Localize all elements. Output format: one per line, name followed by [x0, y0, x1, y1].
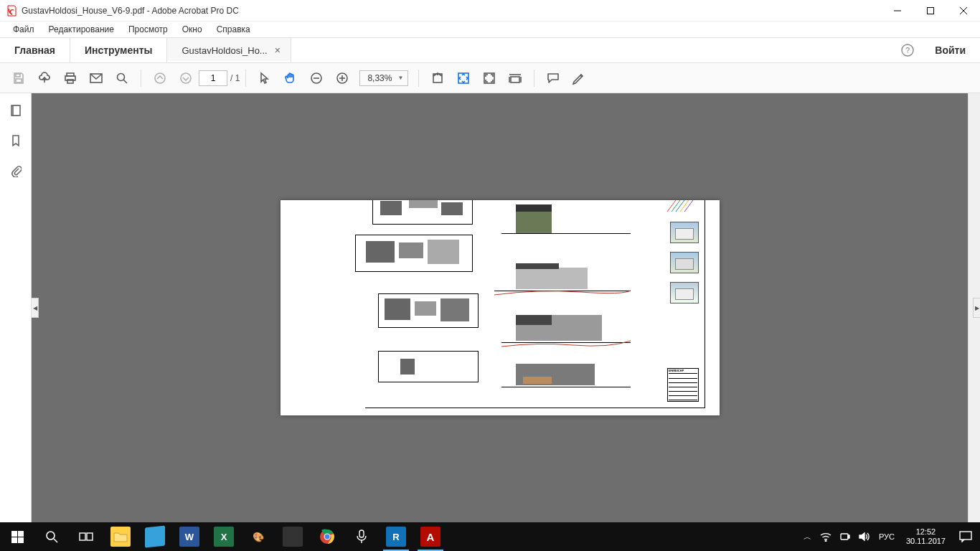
search-icon[interactable] — [110, 67, 133, 90]
page-number-input[interactable] — [199, 70, 227, 86]
page-indicator: / 1 — [199, 70, 240, 86]
page-down-icon[interactable] — [174, 67, 197, 90]
zoom-out-icon[interactable] — [305, 67, 328, 90]
minimize-button[interactable] — [881, 0, 914, 21]
menu-file[interactable]: Файл — [6, 23, 42, 36]
tab-document[interactable]: GustavHoldosi_Ho... × — [167, 38, 291, 62]
zoom-in-icon[interactable] — [331, 67, 354, 90]
svg-line-43 — [54, 539, 57, 542]
menu-edit[interactable]: Редактирование — [42, 23, 121, 36]
document-viewport[interactable]: ◀ — [32, 93, 980, 522]
taskbar-microphone[interactable] — [344, 522, 379, 551]
pdf-page: EINREICHP — [281, 200, 720, 415]
svg-line-35 — [676, 200, 684, 212]
print-icon[interactable] — [59, 67, 82, 90]
tab-home[interactable]: Главная — [0, 38, 70, 62]
tab-document-label: GustavHoldosi_Ho... — [182, 45, 267, 56]
login-button[interactable]: Войти — [920, 38, 980, 62]
svg-line-14 — [123, 80, 127, 83]
reading-mode-icon[interactable] — [504, 67, 527, 90]
svg-rect-44 — [80, 533, 85, 540]
svg-rect-11 — [67, 80, 73, 83]
taskbar-acrobat[interactable]: A — [413, 522, 448, 551]
taskbar-notepad[interactable] — [138, 522, 172, 551]
svg-rect-40 — [11, 537, 17, 543]
power-icon[interactable] — [840, 532, 850, 542]
svg-rect-49 — [359, 530, 364, 537]
svg-line-33 — [667, 200, 676, 212]
tab-close-icon[interactable]: × — [275, 44, 281, 56]
network-icon[interactable] — [820, 532, 831, 542]
email-icon[interactable] — [85, 67, 108, 90]
page-up-icon[interactable] — [149, 67, 171, 90]
comment-icon[interactable] — [542, 67, 565, 90]
help-icon[interactable]: ? — [895, 38, 920, 62]
svg-point-48 — [325, 534, 330, 540]
menu-view[interactable]: Просмотр — [121, 23, 175, 36]
taskbar-clock[interactable]: 12:52 30.11.2017 — [900, 527, 951, 546]
taskbar-paint[interactable]: 🎨 — [241, 522, 275, 551]
hand-icon[interactable] — [279, 67, 302, 90]
menu-window[interactable]: Окно — [175, 23, 209, 36]
titleblock-header: EINREICHP — [669, 369, 697, 374]
start-button[interactable] — [0, 522, 34, 551]
page-sep: / — [230, 73, 232, 83]
task-view-button[interactable] — [69, 522, 103, 551]
pointer-icon[interactable] — [253, 67, 276, 90]
close-button[interactable] — [947, 0, 980, 21]
sign-icon[interactable] — [567, 67, 590, 90]
taskbar-chrome[interactable] — [310, 522, 344, 551]
tray-chevron-up-icon[interactable]: ︿ — [804, 532, 811, 542]
svg-text:?: ? — [905, 46, 910, 55]
svg-rect-52 — [841, 534, 848, 540]
acrobat-app-icon — [6, 5, 17, 17]
zoom-dropdown[interactable]: 8,33% ▼ — [359, 70, 408, 86]
system-tray[interactable]: ︿ РУС — [798, 532, 900, 542]
taskbar-file-explorer[interactable] — [103, 522, 138, 551]
svg-rect-38 — [11, 531, 17, 537]
search-button[interactable] — [34, 522, 69, 551]
window-controls — [881, 0, 980, 21]
svg-line-37 — [684, 200, 693, 212]
volume-icon[interactable] — [859, 532, 870, 542]
workspace: ◀ — [0, 93, 980, 522]
taskbar-word[interactable]: W — [172, 522, 207, 551]
taskbar-revit[interactable]: R — [379, 522, 413, 551]
fit-width-icon[interactable] — [426, 67, 449, 90]
windows-taskbar: W X 🎨 R A ︿ РУС 12:52 30.11.2017 — [0, 522, 980, 551]
svg-rect-32 — [13, 105, 20, 116]
maximize-button[interactable] — [914, 0, 947, 21]
attachment-icon[interactable] — [9, 164, 23, 178]
navigation-rail — [0, 93, 32, 522]
action-center-icon[interactable] — [951, 522, 980, 551]
tabbar: Главная Инструменты GustavHoldosi_Ho... … — [0, 37, 980, 63]
svg-rect-39 — [18, 531, 24, 537]
svg-rect-54 — [960, 532, 971, 540]
toolbar: / 1 8,33% ▼ — [0, 63, 980, 93]
svg-line-34 — [672, 200, 680, 212]
thumbnails-icon[interactable] — [9, 103, 23, 118]
drawing-titleblock: EINREICHP — [667, 368, 699, 402]
svg-point-15 — [155, 73, 165, 83]
svg-point-51 — [825, 540, 826, 542]
fit-page-icon[interactable] — [452, 67, 475, 90]
chevron-down-icon: ▼ — [397, 75, 403, 81]
clock-time: 12:52 — [906, 527, 946, 537]
svg-rect-53 — [848, 535, 849, 538]
cloud-icon[interactable] — [33, 67, 56, 90]
svg-rect-41 — [18, 537, 24, 543]
panel-expand-right-icon[interactable]: ▶ — [973, 298, 980, 318]
svg-rect-27 — [511, 77, 519, 83]
svg-rect-6 — [16, 74, 20, 77]
tab-tools[interactable]: Инструменты — [70, 38, 168, 62]
menubar: Файл Редактирование Просмотр Окно Справк… — [0, 22, 980, 37]
fullscreen-icon[interactable] — [478, 67, 501, 90]
svg-rect-45 — [87, 533, 93, 540]
page-total: 1 — [235, 73, 240, 83]
menu-help[interactable]: Справка — [209, 23, 258, 36]
taskbar-calculator[interactable] — [275, 522, 310, 551]
language-indicator[interactable]: РУС — [879, 532, 895, 541]
taskbar-excel[interactable]: X — [207, 522, 241, 551]
bookmark-icon[interactable] — [9, 133, 23, 148]
save-icon[interactable] — [7, 67, 30, 90]
